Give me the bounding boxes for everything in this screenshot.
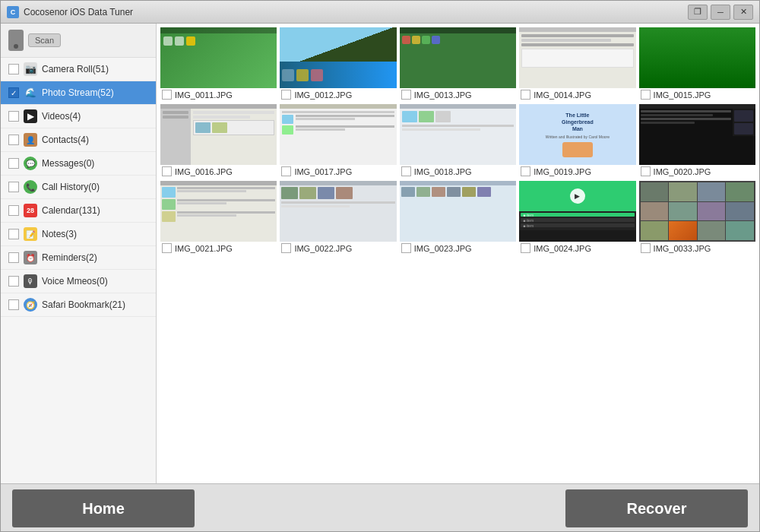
sidebar-item-notes[interactable]: 📝 Notes(3)	[1, 223, 156, 246]
image-header: IMG_0017.JPG	[280, 165, 396, 178]
image-header: IMG_0013.JPG	[400, 88, 516, 101]
list-item[interactable]: IMG_0015.JPG	[639, 27, 755, 101]
thumbnail	[639, 181, 755, 242]
voice-memos-label: Voice Mmeos(0)	[42, 276, 108, 287]
image-name: IMG_0023.JPG	[414, 244, 472, 253]
list-item[interactable]: The LittleGingerbreadMan Written and Ill…	[519, 104, 635, 178]
main-layout: Scan 📷 Camera Roll(51) ✓ 🌊 Photo Stream(…	[1, 24, 759, 483]
messages-checkbox[interactable]	[8, 158, 19, 169]
image-header: IMG_0019.JPG	[519, 165, 635, 178]
sidebar-item-videos[interactable]: ▶ Videos(4)	[1, 105, 156, 128]
image-checkbox[interactable]	[281, 90, 291, 100]
image-grid: IMG_0011.JPG IMG_0012.JPG	[160, 27, 755, 255]
image-name: IMG_0013.JPG	[414, 90, 472, 100]
list-item[interactable]: IMG_0023.JPG	[400, 181, 516, 255]
messages-label: Messages(0)	[42, 158, 94, 169]
image-name: IMG_0015.JPG	[654, 90, 711, 100]
image-name: IMG_0014.JPG	[534, 90, 591, 100]
thumbnail: The LittleGingerbreadMan Written and Ill…	[519, 104, 635, 165]
image-checkbox[interactable]	[401, 90, 411, 100]
thumbnail	[400, 181, 516, 242]
sidebar-item-voice-memos[interactable]: 🎙 Voice Mmeos(0)	[1, 270, 156, 293]
reminders-label: Reminders(2)	[42, 252, 97, 263]
content-area[interactable]: IMG_0011.JPG IMG_0012.JPG	[157, 24, 759, 483]
bottom-bar: Home Recover	[1, 483, 759, 532]
sidebar-item-calendar[interactable]: 28 Calendar(131)	[1, 199, 156, 223]
image-checkbox[interactable]	[521, 166, 530, 176]
list-item[interactable]: IMG_0020.JPG	[639, 104, 755, 178]
image-checkbox[interactable]	[641, 243, 651, 253]
sidebar-item-call-history[interactable]: 📞 Call History(0)	[1, 176, 156, 199]
image-name: IMG_0022.JPG	[294, 244, 352, 253]
list-item[interactable]: IMG_0022.JPG	[280, 181, 396, 255]
call-history-checkbox[interactable]	[8, 182, 19, 192]
list-item[interactable]: IMG_0021.JPG	[160, 181, 277, 255]
videos-checkbox[interactable]	[8, 111, 19, 122]
list-item[interactable]: IMG_0033.JPG	[639, 181, 755, 255]
photo-stream-checkbox[interactable]: ✓	[8, 87, 19, 98]
image-checkbox[interactable]	[281, 166, 291, 176]
image-checkbox[interactable]	[641, 90, 651, 100]
safari-label: Safari Bookmark(21)	[42, 299, 125, 310]
contacts-checkbox[interactable]	[8, 135, 19, 145]
image-checkbox[interactable]	[281, 243, 291, 253]
image-checkbox[interactable]	[521, 90, 530, 100]
sidebar-item-messages[interactable]: 💬 Messages(0)	[1, 152, 156, 176]
image-checkbox[interactable]	[162, 166, 172, 176]
camera-roll-label: Camera Roll(51)	[42, 64, 109, 74]
image-header: IMG_0015.JPG	[639, 88, 755, 101]
image-header: IMG_0014.JPG	[519, 88, 635, 101]
sidebar-item-reminders[interactable]: ⏰ Reminders(2)	[1, 246, 156, 270]
sidebar-item-camera-roll[interactable]: 📷 Camera Roll(51)	[1, 58, 156, 81]
camera-roll-checkbox[interactable]	[8, 64, 19, 74]
notes-checkbox[interactable]	[8, 229, 19, 239]
thumbnail: ▶ ■ item ■ item ■ item	[519, 181, 635, 242]
minimize-button[interactable]: ─	[711, 5, 730, 20]
sidebar-item-photo-stream[interactable]: ✓ 🌊 Photo Stream(52)	[1, 81, 156, 105]
image-checkbox[interactable]	[401, 166, 411, 176]
thumbnail	[280, 27, 396, 88]
thumbnail	[280, 104, 396, 165]
thumbnail	[639, 104, 755, 165]
image-checkbox[interactable]	[401, 243, 411, 253]
list-item[interactable]: IMG_0017.JPG	[280, 104, 396, 178]
image-checkbox[interactable]	[162, 90, 172, 100]
image-header: IMG_0022.JPG	[280, 242, 396, 255]
scan-button[interactable]: Scan	[28, 33, 61, 47]
restore-button[interactable]: ❐	[688, 5, 708, 20]
list-item[interactable]: IMG_0013.JPG	[400, 27, 516, 101]
calendar-label: Calendar(131)	[42, 205, 100, 216]
thumbnail	[280, 181, 396, 242]
image-checkbox[interactable]	[521, 243, 530, 253]
recover-button[interactable]: Recover	[565, 489, 748, 527]
image-name: IMG_0021.JPG	[175, 244, 233, 253]
safari-icon: 🧭	[24, 298, 37, 312]
titlebar: C Cocosenor iOS Data Tuner ❐ ─ ✕	[1, 1, 759, 24]
image-checkbox[interactable]	[641, 166, 651, 176]
notes-icon: 📝	[24, 227, 37, 241]
thumbnail	[160, 27, 277, 88]
list-item[interactable]: IMG_0012.JPG	[280, 27, 396, 101]
home-button[interactable]: Home	[12, 489, 195, 527]
sidebar-item-contacts[interactable]: 👤 Contacts(4)	[1, 128, 156, 152]
device-icon	[8, 30, 24, 51]
list-item[interactable]: IMG_0011.JPG	[160, 27, 277, 101]
list-item[interactable]: IMG_0016.JPG	[160, 104, 277, 178]
sidebar-item-safari[interactable]: 🧭 Safari Bookmark(21)	[1, 293, 156, 317]
titlebar-title: Cocosenor iOS Data Tuner	[24, 7, 688, 17]
list-item[interactable]: IMG_0018.JPG	[400, 104, 516, 178]
thumbnail	[519, 27, 635, 88]
image-checkbox[interactable]	[162, 243, 172, 253]
voice-memos-icon: 🎙	[24, 274, 37, 288]
thumbnail	[160, 104, 277, 165]
safari-checkbox[interactable]	[8, 299, 19, 310]
messages-icon: 💬	[24, 157, 37, 170]
image-header: IMG_0023.JPG	[400, 242, 516, 255]
voice-memos-checkbox[interactable]	[8, 276, 19, 287]
reminders-checkbox[interactable]	[8, 252, 19, 263]
calendar-checkbox[interactable]	[8, 205, 19, 216]
close-button[interactable]: ✕	[733, 5, 753, 20]
thumbnail	[160, 181, 277, 242]
list-item[interactable]: IMG_0014.JPG	[519, 27, 635, 101]
list-item[interactable]: ▶ ■ item ■ item ■ item IMG_0024.JPG	[519, 181, 635, 255]
